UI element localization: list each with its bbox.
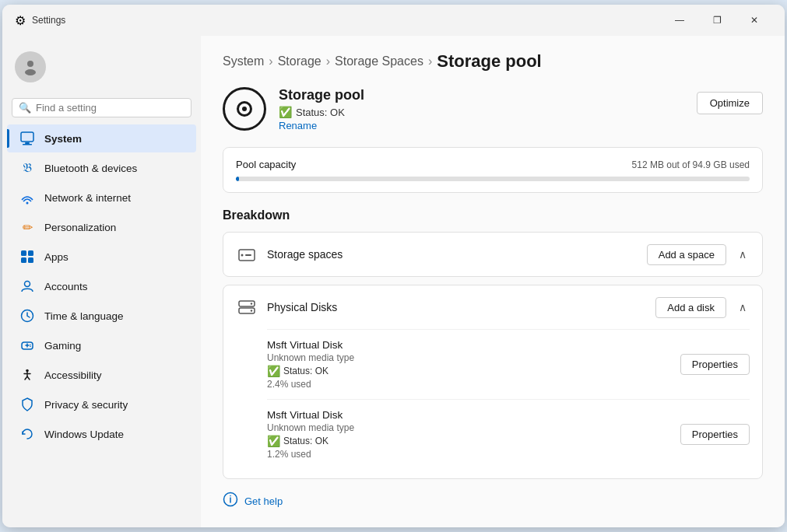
disk-status-2: ✅ Status: OK: [267, 435, 680, 447]
sidebar-label-personalization: Personalization: [44, 222, 116, 233]
disk-properties-button-2[interactable]: Properties: [680, 424, 750, 445]
update-icon: [19, 426, 35, 442]
sidebar-label-bluetooth: Bluetooth & devices: [44, 163, 137, 174]
sidebar-item-accessibility[interactable]: Accessibility: [7, 361, 196, 389]
breadcrumb-sep-2: ›: [326, 54, 330, 68]
disk-properties-button-1[interactable]: Properties: [680, 354, 750, 375]
physical-disks-chevron[interactable]: ∧: [736, 298, 750, 317]
svg-point-15: [30, 345, 31, 346]
help-row: Get help: [223, 492, 763, 511]
storage-spaces-icon: [236, 243, 258, 265]
capacity-label: Pool capacity: [236, 159, 296, 170]
sidebar-item-bluetooth[interactable]: 𝔅 Bluetooth & devices: [7, 154, 196, 182]
time-icon: [19, 308, 35, 324]
help-icon: [223, 492, 238, 511]
sidebar-label-privacy: Privacy & security: [44, 399, 128, 411]
breadcrumb-system[interactable]: System: [223, 54, 264, 68]
svg-point-30: [230, 495, 231, 497]
disk-info-1: Msft Virtual Disk Unknown media type ✅ S…: [267, 339, 680, 390]
privacy-icon: [19, 397, 35, 412]
minimize-button[interactable]: —: [662, 8, 697, 33]
sidebar-item-accounts[interactable]: Accounts: [7, 272, 196, 300]
close-button[interactable]: ✕: [736, 8, 772, 33]
search-input[interactable]: [36, 102, 184, 114]
disk-media-1: Unknown media type: [267, 352, 680, 363]
sidebar-label-apps: Apps: [44, 251, 69, 263]
breadcrumb: System › Storage › Storage Spaces › Stor…: [223, 51, 763, 72]
disk-usage-1: 2.4% used: [267, 379, 680, 390]
disk-name-1: Msft Virtual Disk: [267, 339, 680, 351]
svg-point-10: [25, 282, 30, 287]
breadcrumb-sep-3: ›: [428, 54, 432, 68]
svg-line-21: [27, 376, 30, 380]
search-box[interactable]: 🔍: [12, 98, 191, 117]
sidebar-label-time: Time & language: [44, 310, 124, 322]
breakdown-title: Breakdown: [223, 208, 763, 222]
svg-point-1: [25, 69, 36, 75]
capacity-card: Pool capacity 512 MB out of 94.9 GB used: [223, 147, 763, 193]
personalization-icon: ✏: [19, 219, 35, 235]
sidebar-item-network[interactable]: Network & internet: [7, 184, 196, 212]
header-info: Storage pool ✅ Status: OK Rename: [279, 87, 697, 131]
disk-status-text-1: Status: OK: [283, 366, 329, 376]
breadcrumb-spaces[interactable]: Storage Spaces: [335, 54, 423, 68]
app-icon: ⚙: [15, 13, 26, 28]
disk-name-2: Msft Virtual Disk: [267, 409, 680, 421]
maximize-button[interactable]: ❐: [699, 8, 735, 33]
svg-point-5: [26, 202, 29, 205]
sidebar-item-personalization[interactable]: ✏ Personalization: [7, 213, 196, 241]
svg-point-16: [30, 346, 31, 348]
breadcrumb-sep-1: ›: [269, 54, 272, 68]
get-help-link[interactable]: Get help: [244, 495, 283, 507]
avatar: [15, 51, 46, 82]
status-ok-icon: ✅: [279, 106, 292, 118]
storage-spaces-label: Storage spaces: [267, 248, 638, 261]
add-disk-button[interactable]: Add a disk: [655, 297, 726, 318]
disk-status-ok-icon-1: ✅: [267, 365, 280, 377]
disk-status-1: ✅ Status: OK: [267, 365, 680, 377]
sidebar-item-apps[interactable]: Apps: [7, 243, 196, 271]
disk-item-1: Msft Virtual Disk Unknown media type ✅ S…: [267, 329, 750, 399]
titlebar: ⚙ Settings — ❐ ✕: [2, 5, 785, 36]
sidebar-item-time[interactable]: Time & language: [7, 302, 196, 330]
sidebar-item-update[interactable]: Windows Update: [7, 420, 196, 448]
sidebar-label-network: Network & internet: [44, 192, 131, 204]
capacity-progress-bar: [236, 177, 750, 181]
disk-list: Msft Virtual Disk Unknown media type ✅ S…: [223, 329, 762, 478]
svg-rect-3: [25, 142, 30, 144]
physical-disks-row: Physical Disks Add a disk ∧: [223, 285, 762, 329]
optimize-button[interactable]: Optimize: [697, 92, 763, 114]
status-line: ✅ Status: OK: [279, 106, 697, 118]
settings-window: ⚙ Settings — ❐ ✕ 🔍: [2, 5, 785, 527]
sidebar-item-system[interactable]: System: [7, 124, 196, 152]
accounts-icon: [19, 278, 35, 294]
pool-icon-dot: [242, 107, 247, 111]
search-icon: 🔍: [19, 102, 31, 114]
page-title: Storage pool: [279, 87, 697, 103]
sidebar-item-privacy[interactable]: Privacy & security: [7, 390, 196, 418]
svg-point-27: [251, 303, 252, 304]
add-space-button[interactable]: Add a space: [647, 244, 726, 265]
capacity-header: Pool capacity 512 MB out of 94.9 GB used: [236, 159, 750, 170]
physical-disks-label: Physical Disks: [267, 301, 646, 313]
storage-spaces-chevron[interactable]: ∧: [736, 245, 750, 264]
disk-usage-2: 1.2% used: [267, 449, 680, 460]
sidebar-item-gaming[interactable]: Gaming: [7, 331, 196, 359]
pool-icon: [223, 87, 266, 131]
status-text: Status: OK: [296, 107, 345, 118]
sidebar-label-accounts: Accounts: [44, 281, 88, 292]
disk-info-2: Msft Virtual Disk Unknown media type ✅ S…: [267, 409, 680, 460]
rename-link[interactable]: Rename: [279, 120, 317, 131]
svg-rect-8: [21, 257, 26, 263]
storage-spaces-card: Storage spaces Add a space ∧: [223, 232, 763, 277]
main-content: System › Storage › Storage Spaces › Stor…: [201, 36, 785, 527]
accessibility-icon: [19, 367, 35, 383]
breadcrumb-storage[interactable]: Storage: [278, 54, 321, 68]
svg-point-0: [27, 61, 33, 67]
svg-point-28: [251, 310, 252, 311]
sidebar-label-system: System: [44, 133, 82, 145]
disk-media-2: Unknown media type: [267, 422, 680, 433]
svg-point-23: [241, 254, 244, 257]
disk-item-2: Msft Virtual Disk Unknown media type ✅ S…: [267, 399, 750, 469]
sidebar: 🔍 System 𝔅 Bluetooth & devices: [2, 36, 201, 527]
